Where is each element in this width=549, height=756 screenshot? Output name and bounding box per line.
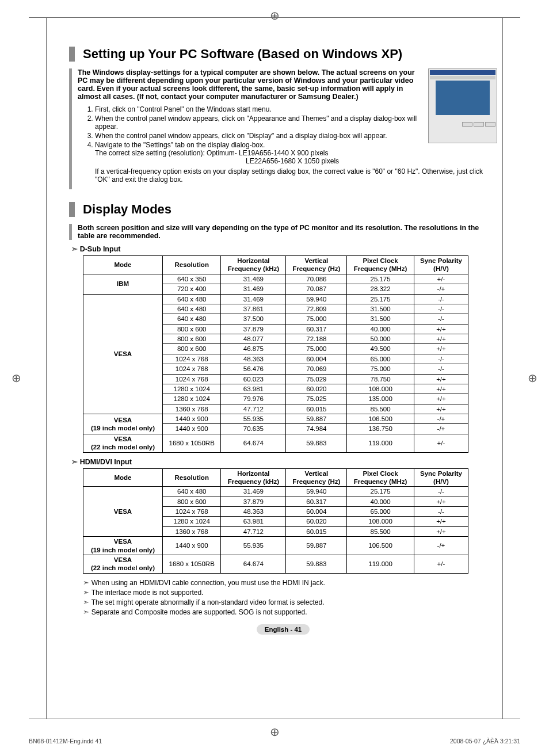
mode-cell: VESA: [83, 294, 163, 414]
data-cell: 70.635: [221, 424, 286, 434]
col-header: HorizontalFrequency (kHz): [221, 256, 286, 274]
mode-cell: VESA (19 inch model only): [83, 537, 163, 555]
data-cell: 72.188: [286, 334, 347, 344]
data-cell: 28.322: [347, 284, 414, 294]
registration-mark-icon: ⊕: [528, 371, 537, 385]
data-cell: 60.015: [286, 526, 347, 536]
data-cell: 59.887: [286, 537, 347, 555]
data-cell: 65.000: [347, 354, 414, 364]
data-cell: 106.500: [347, 414, 414, 424]
registration-mark-icon: ⊕: [270, 725, 280, 739]
data-cell: 59.883: [286, 555, 347, 573]
data-cell: 1440 x 900: [163, 414, 221, 424]
data-cell: 1440 x 900: [163, 537, 221, 555]
page-number-label: English - 41: [257, 624, 310, 635]
footnote-line: The interlace mode is not supported.: [83, 588, 497, 597]
data-cell: +/+: [414, 394, 468, 404]
resolution-line: LE22A656-1680 X 1050 pixels: [246, 157, 497, 165]
data-cell: 56.476: [221, 364, 286, 374]
data-cell: 50.000: [347, 334, 414, 344]
data-cell: +/-: [414, 555, 468, 573]
data-cell: 1360 x 768: [163, 526, 221, 536]
col-header: Resolution: [163, 468, 221, 487]
data-cell: -/+: [414, 414, 468, 424]
data-cell: 75.000: [286, 314, 347, 324]
data-cell: 60.317: [286, 497, 347, 506]
data-cell: 64.674: [221, 434, 286, 452]
data-cell: 74.984: [286, 424, 347, 434]
data-cell: 1680 x 1050RB: [163, 434, 221, 452]
data-cell: -/-: [414, 304, 468, 314]
data-cell: 1024 x 768: [163, 374, 221, 384]
data-cell: 64.674: [221, 555, 286, 573]
data-cell: 78.750: [347, 374, 414, 384]
hdmi-table: ModeResolutionHorizontalFrequency (kHz)V…: [83, 468, 468, 574]
data-cell: 40.000: [347, 324, 414, 334]
resolution-line: The correct size setting (resolution): O…: [95, 149, 497, 157]
data-cell: 46.875: [221, 344, 286, 354]
col-header: VerticalFrequency (Hz): [286, 468, 347, 487]
data-cell: 1360 x 768: [163, 404, 221, 414]
data-cell: 75.029: [286, 374, 347, 384]
data-cell: +/-: [414, 434, 468, 452]
page-number: English - 41: [69, 624, 497, 635]
data-cell: 1024 x 768: [163, 507, 221, 517]
data-cell: 135.000: [347, 394, 414, 404]
dsub-input-label: D-Sub Input: [83, 245, 497, 253]
col-header: Resolution: [163, 256, 221, 274]
section-title-pc-software: Setting up Your PC Software (Based on Wi…: [69, 47, 497, 62]
data-cell: 79.976: [221, 394, 286, 404]
data-cell: 70.087: [286, 284, 347, 294]
data-cell: -/-: [414, 507, 468, 517]
table-row: VESA (19 inch model only)1440 x 90055.93…: [83, 537, 468, 555]
data-cell: -/-: [414, 314, 468, 324]
data-cell: +/+: [414, 334, 468, 344]
data-cell: 47.712: [221, 404, 286, 414]
data-cell: 48.077: [221, 334, 286, 344]
data-cell: +/+: [414, 404, 468, 414]
data-cell: 800 x 600: [163, 344, 221, 354]
data-cell: 640 x 480: [163, 487, 221, 497]
data-cell: 60.020: [286, 517, 347, 526]
data-cell: +/+: [414, 497, 468, 506]
data-cell: 70.086: [286, 274, 347, 284]
data-cell: 70.069: [286, 364, 347, 374]
hdmi-input-label: HDMI/DVI Input: [83, 457, 497, 466]
data-cell: 60.004: [286, 354, 347, 364]
data-cell: 136.750: [347, 424, 414, 434]
data-cell: 60.004: [286, 507, 347, 517]
data-cell: 31.500: [347, 304, 414, 314]
data-cell: 106.500: [347, 537, 414, 555]
display-properties-screenshot: [428, 68, 497, 143]
footer-date: 2008-05-07 ¿ÀÈÄ 3:21:31: [450, 738, 520, 744]
col-header: Mode: [83, 256, 163, 274]
data-cell: +/+: [414, 374, 468, 384]
table-row: VESA640 x 48031.46959.94025.175-/-: [83, 487, 468, 497]
mode-cell: VESA (22 inch model only): [83, 555, 163, 573]
col-header: Sync Polarity(H/V): [414, 468, 468, 487]
data-cell: 800 x 600: [163, 334, 221, 344]
data-cell: 37.879: [221, 497, 286, 506]
section-title-display-modes: Display Modes: [69, 202, 497, 217]
display-modes-intro: Both screen position and size will vary …: [78, 224, 497, 240]
data-cell: +/+: [414, 517, 468, 526]
table-row: VESA640 x 48031.46959.94025.175-/-: [83, 294, 468, 304]
data-cell: 40.000: [347, 497, 414, 506]
data-cell: 72.809: [286, 304, 347, 314]
data-cell: 1024 x 768: [163, 354, 221, 364]
data-cell: 59.940: [286, 487, 347, 497]
data-cell: 119.000: [347, 555, 414, 573]
footnote-line: The set might operate abnormally if a no…: [83, 598, 497, 606]
data-cell: +/+: [414, 526, 468, 536]
data-cell: 75.025: [286, 394, 347, 404]
footnote-line: When using an HDMI/DVI cable connection,…: [83, 578, 497, 587]
table-row: VESA (22 inch model only)1680 x 1050RB64…: [83, 434, 468, 452]
data-cell: 75.000: [286, 344, 347, 354]
data-cell: -/+: [414, 284, 468, 294]
data-cell: 25.175: [347, 274, 414, 284]
data-cell: 1280 x 1024: [163, 384, 221, 394]
data-cell: +/+: [414, 324, 468, 334]
data-cell: 85.500: [347, 526, 414, 536]
data-cell: 55.935: [221, 537, 286, 555]
data-cell: 108.000: [347, 517, 414, 526]
